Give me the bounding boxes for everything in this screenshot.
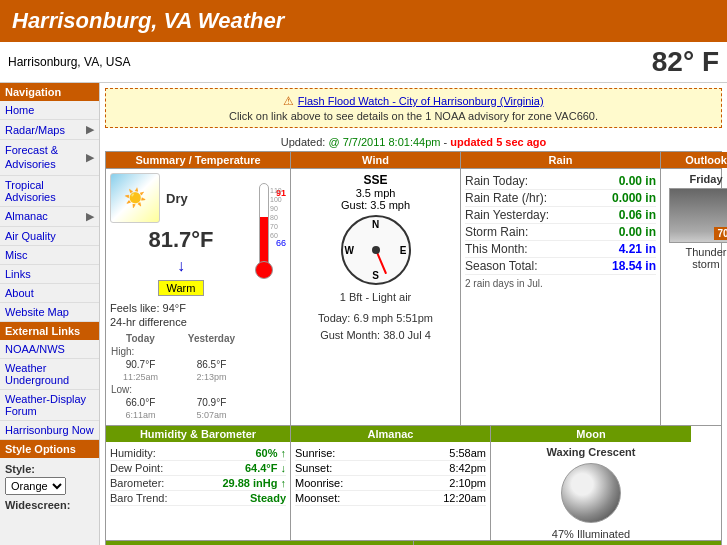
compass-e: E <box>400 245 407 256</box>
sidebar-item-home[interactable]: Home <box>0 101 99 120</box>
sidebar-item-tropical[interactable]: Tropical Advisories <box>0 176 99 207</box>
rain-yesterday-val: 0.06 in <box>619 208 656 222</box>
sidebar-item-forecast[interactable]: Forecast &Advisories ▶ <box>0 140 99 176</box>
baro-val: 29.88 inHg ↑ <box>222 477 286 489</box>
sidebar-item-almanac[interactable]: Almanac ▶ <box>0 207 99 227</box>
compass-center <box>372 246 380 254</box>
col-today: Today <box>110 332 171 345</box>
humidity-cell: Humidity: 60% ↑ Dew Point: 64.4°F ↓ Baro… <box>106 442 291 540</box>
second-headers: Humidity & Barometer Almanac Moon <box>106 426 721 442</box>
moon-image <box>561 463 621 523</box>
summary-desc: Dry <box>166 191 188 206</box>
rain-days-note: 2 rain days in Jul. <box>465 278 656 289</box>
arrow-icon: ▶ <box>86 123 94 136</box>
sidebar-item-about[interactable]: About <box>0 284 99 303</box>
rain-storm-label: Storm Rain: <box>465 225 528 239</box>
therm-fill <box>260 217 268 267</box>
rain-season-row: Season Total: 18.54 in <box>465 258 656 275</box>
warm-button[interactable]: Warm <box>158 280 205 296</box>
temp-arrow: ↓ <box>110 257 252 275</box>
today-low-time: 6:11am <box>110 409 171 421</box>
yesterday-high-time: 2:13pm <box>171 371 252 383</box>
sidebar: Navigation Home Radar/Maps ▶ Forecast &A… <box>0 83 100 545</box>
rain-today-row: Rain Today: 0.00 in <box>465 173 656 190</box>
rain-header: Rain <box>461 152 661 168</box>
rain-today-val: 0.00 in <box>619 174 656 188</box>
therm-scale: 110 100 90 80 70 60 <box>270 186 282 240</box>
trend-label: Baro Trend: <box>110 492 167 504</box>
baro-row: Barometer: 29.88 inHg ↑ <box>110 476 286 491</box>
sidebar-item-harrisonburg[interactable]: Harrisonburg Now <box>0 421 99 440</box>
rain-season-label: Season Total: <box>465 259 538 273</box>
updated-prefix: Updated: <box>281 136 329 148</box>
sunrise-val: 5:58am <box>449 447 486 459</box>
summary-cell: ☀️ Dry 81.7°F ↓ Warm Feels like: 94°F 24… <box>106 169 291 425</box>
alert-banner: ⚠ Flash Flood Watch - City of Harrisonbu… <box>105 88 722 128</box>
content-area: ⚠ Flash Flood Watch - City of Harrisonbu… <box>100 83 727 545</box>
widescreen-label: Widescreen: <box>5 499 94 511</box>
sidebar-item-misc[interactable]: Misc <box>0 246 99 265</box>
location-text: Harrisonburg, VA, USA <box>8 55 131 69</box>
style-dropdown[interactable]: Orange <box>5 477 66 495</box>
uv-left-header: UV Index Forecast <box>106 541 413 545</box>
almanac-header: Almanac <box>291 426 491 442</box>
big-temp: 81.7°F <box>110 227 252 253</box>
sidebar-item-websitemap[interactable]: Website Map <box>0 303 99 322</box>
sidebar-item-noaa[interactable]: NOAA/NWS <box>0 340 99 359</box>
sunset-row: Sunset: 8:42pm <box>295 461 486 476</box>
trend-row: Baro Trend: Steady <box>110 491 286 506</box>
moonset-val: 12:20am <box>443 492 486 504</box>
thermometer-container: ☀️ Dry 81.7°F ↓ Warm Feels like: 94°F 24… <box>110 173 286 421</box>
rain-cell: Rain Today: 0.00 in Rain Rate (/hr): 0.0… <box>461 169 661 425</box>
page-title: Harrisonburg, VA Weather <box>12 8 715 34</box>
outlook-day: Friday <box>665 173 727 185</box>
main-layout: Navigation Home Radar/Maps ▶ Forecast &A… <box>0 83 727 545</box>
rain-month-val: 4.21 in <box>619 242 656 256</box>
thermometer: 91 66 110 100 90 80 70 60 <box>254 178 284 298</box>
external-links-title: External Links <box>0 322 99 340</box>
page-header: Harrisonburg, VA Weather <box>0 0 727 42</box>
rain-storm-val: 0.00 in <box>619 225 656 239</box>
sunset-label: Sunset: <box>295 462 332 474</box>
wind-beaufort: 1 Bft - Light air <box>295 289 456 307</box>
moon-phase: Waxing Crescent <box>491 442 691 458</box>
sidebar-item-links[interactable]: Links <box>0 265 99 284</box>
style-select-row: Orange <box>5 477 94 495</box>
outlook-header: Outlook <box>661 152 727 168</box>
compass-s: S <box>372 270 379 281</box>
feels-like: Feels like: 94°F <box>110 302 252 314</box>
humidity-label: Humidity: <box>110 447 156 459</box>
current-temp: 82° F <box>652 46 719 78</box>
wind-gust: Gust: 3.5 mph <box>295 199 456 211</box>
trend-val: Steady <box>250 492 286 504</box>
summary-content: ☀️ Dry 81.7°F ↓ Warm Feels like: 94°F 24… <box>110 173 252 421</box>
outlook-image: 70% <box>669 188 728 243</box>
today-high: 90.7°F <box>110 358 171 371</box>
sidebar-item-airquality[interactable]: Air Quality <box>0 227 99 246</box>
sidebar-item-wu[interactable]: Weather Underground <box>0 359 99 390</box>
sidebar-item-radar[interactable]: Radar/Maps ▶ <box>0 120 99 140</box>
arrow-icon: ▶ <box>86 150 94 164</box>
outlook-pct: 70% <box>714 227 727 240</box>
subheader: Harrisonburg, VA, USA 82° F <box>0 42 727 83</box>
alert-link[interactable]: Flash Flood Watch - City of Harrisonburg… <box>298 95 544 107</box>
warm-btn-row: Warm <box>110 277 252 299</box>
alert-icon: ⚠ <box>283 94 294 108</box>
style-label: Style: <box>5 463 94 475</box>
alert-sub: Click on link above to see details on th… <box>114 110 713 122</box>
sidebar-item-wdforum[interactable]: Weather-Display Forum <box>0 390 99 421</box>
therm-bulb <box>255 261 273 279</box>
humidity-val: 60% ↑ <box>255 447 286 459</box>
dew-row: Dew Point: 64.4°F ↓ <box>110 461 286 476</box>
moonrise-val: 2:10pm <box>449 477 486 489</box>
sunset-val: 8:42pm <box>449 462 486 474</box>
moonrise-row: Moonrise: 2:10pm <box>295 476 486 491</box>
compass-w: W <box>345 245 354 256</box>
moon-header: Moon <box>491 426 691 442</box>
rain-rate-label: Rain Rate (/hr): <box>465 191 547 205</box>
outlook-cell: Friday 70% Thunderstorm <box>661 169 727 425</box>
rain-yesterday-label: Rain Yesterday: <box>465 208 549 222</box>
compass: N S W E <box>341 215 411 285</box>
moon-illuminated: 47% Illuminated <box>491 528 691 540</box>
rain-storm-row: Storm Rain: 0.00 in <box>465 224 656 241</box>
